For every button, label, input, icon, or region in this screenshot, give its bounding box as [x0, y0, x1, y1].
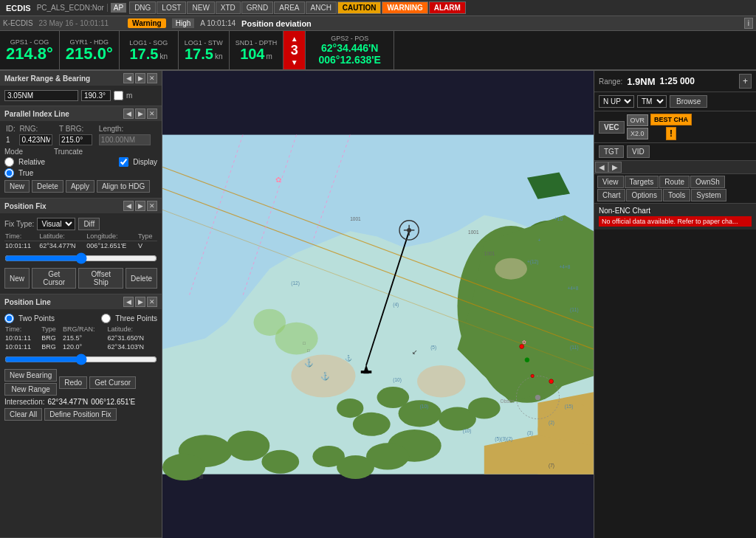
- vec-button[interactable]: VEC: [599, 121, 625, 134]
- pl-type-header: Type: [41, 325, 62, 334]
- fix-get-cursor-button[interactable]: Get Cursor: [32, 268, 76, 289]
- marker-range-body: m: [0, 86, 162, 106]
- marker-range-left-btn[interactable]: ◀: [123, 73, 134, 83]
- marker-range-right-btn[interactable]: ▶: [135, 73, 145, 83]
- lost-button[interactable]: LOST: [157, 1, 186, 14]
- plus-button[interactable]: +: [739, 74, 752, 89]
- ovr-button[interactable]: OVR: [627, 114, 649, 126]
- nautical-chart[interactable]: 1001 1001 1001 (12) (4) (5) (10) (10) (1…: [162, 71, 594, 538]
- marker-range-close-btn[interactable]: ✕: [147, 73, 157, 83]
- pil-tbrg-input[interactable]: [59, 134, 92, 145]
- three-points-radio[interactable]: [101, 314, 111, 323]
- ownsh-menu-button[interactable]: OwnSh: [690, 176, 725, 188]
- pil-rng-input[interactable]: [19, 134, 52, 145]
- two-points-radio[interactable]: [4, 314, 14, 323]
- pil-delete-button[interactable]: Delete: [32, 180, 63, 193]
- area-button[interactable]: AREA: [274, 1, 304, 14]
- diff-button[interactable]: Diff: [78, 218, 100, 230]
- pl-slider[interactable]: [4, 354, 157, 365]
- fix-offset-ship-button[interactable]: Offset Ship: [78, 268, 123, 289]
- x2-button[interactable]: X2.0: [627, 128, 649, 139]
- pil-true-label: True: [18, 169, 33, 177]
- svg-point-37: [535, 395, 540, 400]
- bearing-input[interactable]: [81, 90, 111, 101]
- range-input[interactable]: [4, 90, 78, 101]
- svg-text:✿: ✿: [522, 339, 526, 345]
- pil-buttons: New Delete Apply Align to HDG: [4, 180, 157, 193]
- map-area[interactable]: 1001 1001 1001 (12) (4) (5) (10) (10) (1…: [162, 71, 594, 538]
- pil-align-button[interactable]: Align to HDG: [97, 180, 150, 193]
- pl-get-cursor-button[interactable]: Get Cursor: [89, 376, 136, 389]
- pl-row1-time: 10:01:11: [4, 334, 41, 342]
- define-position-fix-button[interactable]: Define Position Fix: [44, 408, 116, 421]
- pil-true-radio[interactable]: [4, 168, 14, 178]
- options-menu-button[interactable]: Options: [626, 189, 662, 201]
- anch-button[interactable]: ANCH: [306, 1, 337, 14]
- instruments-bar: Gps1 - COG 214.8° Gyr1 - HDG 215.0° Log1…: [0, 31, 756, 71]
- best-cha-button[interactable]: BEST CHA: [650, 114, 692, 125]
- chart-menu-button[interactable]: Chart: [597, 189, 625, 201]
- tgt-button[interactable]: TGT: [599, 145, 624, 158]
- gps1-cog-group: Gps1 - COG 214.8°: [0, 31, 60, 69]
- position-line-right-btn[interactable]: ▶: [135, 297, 145, 307]
- orientation-select[interactable]: N UP H UP C UP: [599, 95, 634, 108]
- menu-right-arrow[interactable]: ▶: [608, 162, 622, 173]
- svg-text:(15): (15): [565, 404, 574, 410]
- caution-button[interactable]: CAUTION: [337, 1, 382, 14]
- pil-apply-button[interactable]: Apply: [66, 180, 94, 193]
- new-button[interactable]: NEW: [187, 1, 214, 14]
- system-menu-button[interactable]: System: [691, 189, 726, 201]
- warning-button[interactable]: WARNING: [382, 1, 427, 14]
- pil-length-header: Length:: [97, 124, 157, 134]
- view-menu-button[interactable]: View: [597, 176, 624, 188]
- fix-lat-header: Latitude:: [38, 232, 86, 241]
- position-line-close-btn[interactable]: ✕: [147, 297, 157, 307]
- position-fix-close-btn[interactable]: ✕: [147, 201, 157, 211]
- tools-menu-button[interactable]: Tools: [663, 189, 690, 201]
- svg-text:□: □: [307, 348, 310, 353]
- vid-button[interactable]: VID: [627, 145, 650, 158]
- xtd-button[interactable]: XTD: [216, 1, 241, 14]
- browse-button[interactable]: Browse: [670, 95, 707, 108]
- menu-left-arrow[interactable]: ◀: [595, 162, 608, 173]
- clear-all-button[interactable]: Clear All: [4, 408, 42, 421]
- dng-button[interactable]: DNG: [129, 1, 156, 14]
- fix-row1-type: V: [137, 241, 157, 251]
- pil-display-checkbox[interactable]: [119, 157, 128, 167]
- right-panel: Range: 1.9NM 1:25 000 + N UP H UP C UP T…: [594, 71, 756, 538]
- info-button[interactable]: i: [744, 18, 753, 29]
- unit-checkbox[interactable]: [114, 91, 123, 100]
- pil-new-button[interactable]: New: [4, 180, 30, 193]
- targets-menu-button[interactable]: Targets: [625, 176, 659, 188]
- alarm-button[interactable]: ALARM: [429, 1, 466, 14]
- mode-select[interactable]: TM RM: [637, 95, 667, 108]
- pil-right-btn[interactable]: ▶: [135, 108, 145, 119]
- svg-text:(4): (4): [393, 302, 399, 308]
- grnd-button[interactable]: GRND: [241, 1, 273, 14]
- route-menu-button[interactable]: Route: [659, 176, 690, 188]
- main-content: Marker Range & Bearing ◀ ▶ ✕ m Parallel: [0, 71, 756, 538]
- fix-type-select[interactable]: Visual: [37, 218, 75, 230]
- fix-new-button[interactable]: New: [4, 268, 30, 289]
- range-value: 1.9NM: [627, 76, 655, 87]
- pil-close-btn[interactable]: ✕: [147, 108, 157, 119]
- position-line-title: Position Line: [4, 298, 51, 306]
- fix-slider[interactable]: [4, 252, 157, 264]
- orientation-controls: N UP H UP C UP TM RM Browse: [594, 92, 756, 111]
- redo-button[interactable]: Redo: [59, 376, 87, 389]
- app-title: ECDIS: [0, 4, 37, 13]
- position-fix-header: Position Fix ◀ ▶ ✕: [0, 199, 162, 213]
- pil-length-input[interactable]: [99, 134, 151, 145]
- position-line-left-btn[interactable]: ◀: [123, 297, 134, 307]
- pil-left-btn[interactable]: ◀: [123, 108, 134, 119]
- position-fix-left-btn[interactable]: ◀: [123, 201, 134, 211]
- pil-display-label: Display: [133, 158, 157, 166]
- new-range-button[interactable]: New Range: [4, 383, 57, 396]
- pil-relative-radio[interactable]: [4, 157, 14, 167]
- svg-point-10: [377, 387, 410, 408]
- new-bearing-button[interactable]: New Bearing: [4, 369, 57, 382]
- intersection-lon: 006°12.651'E: [91, 398, 135, 406]
- fix-delete-button[interactable]: Delete: [126, 268, 157, 289]
- fix-slider-row: [4, 252, 157, 266]
- position-fix-right-btn[interactable]: ▶: [135, 201, 145, 211]
